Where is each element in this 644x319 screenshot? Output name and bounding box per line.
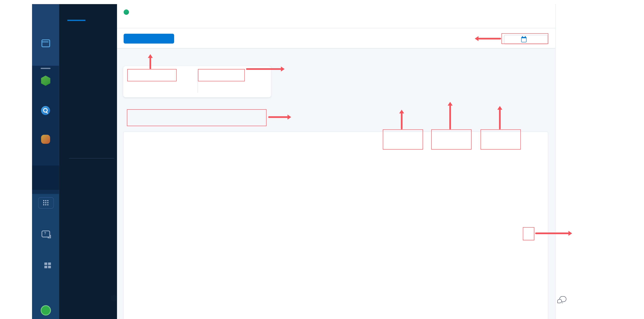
projects-icon [41, 40, 50, 47]
sidebar [59, 4, 117, 319]
toolbar [117, 28, 555, 48]
deployments-icon [41, 76, 50, 86]
sidebar-item-feature-flags[interactable] [32, 135, 59, 147]
sidebar-item-cloud-costs[interactable] [32, 168, 59, 178]
sidebar-item-deployments[interactable] [32, 76, 59, 89]
page-header [117, 4, 555, 28]
content-area [117, 48, 555, 319]
cloud-costs-breadcrumb-icon [124, 10, 129, 15]
sidebar-item-builds[interactable] [32, 106, 59, 118]
builds-icon [41, 106, 50, 115]
sidebar-item-projects[interactable] [32, 40, 59, 50]
grid-icon [43, 200, 44, 201]
cluster-table [123, 132, 548, 319]
rail-bottom-section [32, 194, 59, 319]
card-divider [198, 71, 198, 93]
module-picker-button[interactable] [38, 197, 54, 209]
sidebar-divider [69, 158, 114, 158]
sidebar-item-dashboards[interactable] [32, 259, 59, 270]
active-tab-underline [67, 20, 86, 21]
sidebar-item-home[interactable] [32, 9, 59, 16]
help-chat-icon [41, 230, 50, 238]
sidebar-item-account-settings[interactable] [32, 284, 59, 292]
user-avatar[interactable] [32, 305, 59, 317]
sidebar-item-help[interactable] [32, 230, 59, 241]
calendar-icon [521, 37, 526, 42]
feature-flags-icon [41, 135, 50, 144]
rail-divider [41, 68, 50, 69]
nav-rail [32, 4, 59, 319]
speech-bubble-icon [557, 299, 562, 303]
cloud-costs-icon [40, 168, 51, 176]
date-filter-dropdown[interactable] [504, 35, 548, 44]
summary-card [123, 66, 271, 98]
screenshot-canvas [0, 0, 644, 319]
add-new-cluster-button[interactable] [124, 34, 174, 44]
sidebar-collapse-button[interactable] [111, 294, 117, 302]
avatar [40, 305, 51, 316]
chat-widget-icon[interactable] [557, 296, 566, 304]
dashboards-icon [44, 262, 47, 265]
main-content [117, 4, 556, 319]
